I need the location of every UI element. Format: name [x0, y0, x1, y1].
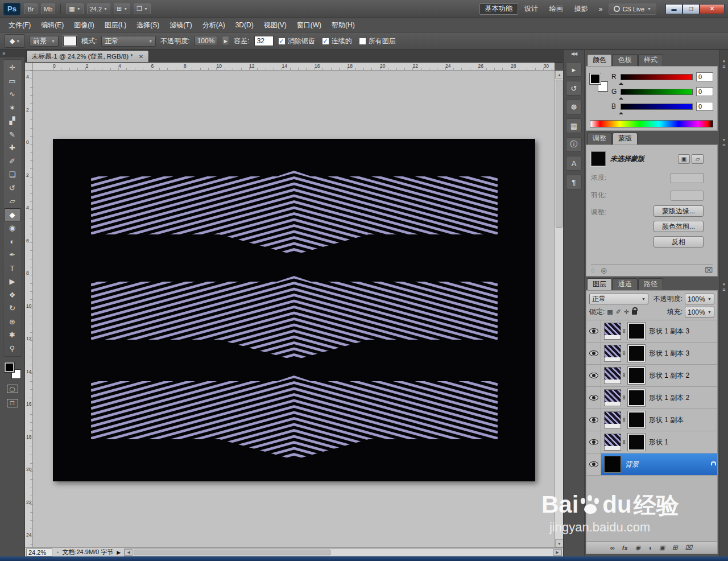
- layer-mask-thumbnail[interactable]: [628, 345, 645, 362]
- channel-slider[interactable]: [621, 89, 693, 95]
- eyedropper-tool[interactable]: ✎: [4, 128, 21, 142]
- scroll-left-icon[interactable]: ◀: [125, 549, 133, 556]
- delete-mask-icon[interactable]: ⌧: [705, 266, 713, 274]
- layer-row[interactable]: ∞ 形状 1 副本 3: [586, 343, 717, 365]
- menu-item[interactable]: 编辑(E): [36, 19, 69, 32]
- close-tab-icon[interactable]: ✕: [139, 53, 143, 60]
- mode-select[interactable]: 正常▼: [101, 36, 156, 47]
- visibility-toggle[interactable]: [586, 343, 601, 364]
- layer-mask-thumbnail[interactable]: [628, 434, 645, 451]
- mask-link-icon[interactable]: ∞: [621, 440, 628, 444]
- toolbox-collapse-button[interactable]: »: [0, 50, 24, 57]
- brush-tool[interactable]: ✐: [4, 155, 21, 168]
- expand-dock-button[interactable]: ◀◀: [564, 50, 584, 58]
- healing-brush-tool[interactable]: ✚: [4, 141, 21, 155]
- workspace-overflow-button[interactable]: »: [595, 5, 606, 13]
- character-panel-icon[interactable]: A: [566, 156, 582, 171]
- layer-name[interactable]: 形状 1 副本 3: [649, 327, 689, 336]
- panel-tab[interactable]: 色板: [613, 54, 638, 66]
- menu-item[interactable]: 3D(D): [230, 19, 259, 31]
- panel-tab[interactable]: 图层: [587, 278, 612, 290]
- horizontal-scrollbar[interactable]: ◀ ▶: [124, 548, 562, 556]
- lasso-tool[interactable]: ∿: [4, 88, 21, 101]
- horizontal-scrollbar-thumb[interactable]: [134, 550, 330, 555]
- menu-item[interactable]: 图像(I): [69, 19, 99, 32]
- color-panel-menu-icon[interactable]: ▼≡: [719, 59, 728, 69]
- vertical-scrollbar[interactable]: ▲ ▼: [555, 71, 563, 547]
- load-mask-selection-icon[interactable]: ◌: [591, 266, 595, 274]
- add-layer-mask-icon[interactable]: ◉: [635, 544, 641, 551]
- layer-group-icon[interactable]: ▣: [659, 544, 665, 551]
- scroll-down-icon[interactable]: ▼: [555, 539, 564, 547]
- feather-input[interactable]: [671, 191, 704, 201]
- mask-link-icon[interactable]: ∞: [621, 329, 628, 333]
- mask-link-icon[interactable]: ∞: [621, 395, 628, 400]
- options-checkbox[interactable]: 连续的: [322, 36, 352, 46]
- marquee-tool[interactable]: ▭: [4, 75, 21, 88]
- pen-tool[interactable]: ✒: [4, 248, 21, 262]
- mask-link-icon[interactable]: ∞: [621, 351, 628, 356]
- menu-item[interactable]: 选择(S): [131, 19, 164, 32]
- move-tool[interactable]: ✛: [4, 61, 21, 75]
- crop-tool[interactable]: ▞: [4, 114, 21, 128]
- checkbox-icon[interactable]: [359, 38, 366, 45]
- layer-mask-thumbnail[interactable]: [628, 323, 645, 340]
- histogram-panel-icon[interactable]: ▦: [566, 118, 582, 133]
- zoom-level-button[interactable]: 24.2▼: [87, 3, 110, 14]
- layer-name[interactable]: 形状 1: [649, 438, 668, 447]
- vertical-scrollbar-thumb[interactable]: [556, 80, 562, 228]
- tool-preset-picker[interactable]: ◆▼: [5, 34, 25, 48]
- layer-fill-input[interactable]: 100%▼: [685, 307, 714, 317]
- fill-source-select[interactable]: 前景▼: [30, 36, 59, 47]
- history-panel-icon[interactable]: ↺: [566, 81, 582, 96]
- layer-style-icon[interactable]: fx: [622, 544, 628, 551]
- path-selection-tool[interactable]: ▶: [4, 275, 21, 288]
- close-button[interactable]: ✕: [700, 4, 725, 14]
- add-vector-mask-button[interactable]: ▱: [692, 154, 704, 164]
- visibility-toggle[interactable]: [586, 409, 601, 431]
- channel-value-input[interactable]: 0: [696, 102, 713, 111]
- channel-value-input[interactable]: 0: [696, 72, 713, 81]
- layers-panel-menu-icon[interactable]: ▼≡: [719, 282, 728, 292]
- scroll-right-icon[interactable]: ▶: [553, 549, 561, 556]
- quick-mask-button[interactable]: ◯: [7, 385, 18, 393]
- channel-value-input[interactable]: 0: [696, 87, 713, 96]
- history-brush-tool[interactable]: ↺: [4, 182, 21, 195]
- bridge-button[interactable]: Br: [24, 3, 38, 14]
- mini-bridge-button[interactable]: Mb: [41, 3, 55, 14]
- panel-tab[interactable]: 蒙版: [613, 133, 638, 145]
- foreground-color-swatch[interactable]: [5, 362, 14, 372]
- lock-all-icon[interactable]: [632, 310, 637, 315]
- workspace-design[interactable]: 设计: [519, 3, 543, 15]
- options-checkbox[interactable]: 消除锯齿: [278, 36, 315, 46]
- layer-mask-thumbnail[interactable]: [628, 411, 645, 428]
- add-pixel-mask-button[interactable]: ▣: [678, 154, 690, 164]
- menu-item[interactable]: 图层(L): [100, 19, 132, 32]
- blur-tool[interactable]: ◉: [4, 221, 21, 235]
- layer-mask-thumbnail[interactable]: [628, 367, 645, 384]
- layer-mask-thumbnail[interactable]: [628, 389, 645, 406]
- paragraph-panel-icon[interactable]: ¶: [566, 175, 582, 189]
- layer-thumbnail[interactable]: [604, 345, 621, 362]
- panel-tab[interactable]: 通道: [613, 278, 638, 290]
- paint-bucket-tool[interactable]: ◆: [4, 208, 21, 222]
- view-extras-button[interactable]: ▦▼: [66, 3, 83, 14]
- visibility-toggle[interactable]: [586, 365, 601, 386]
- checkbox-icon[interactable]: [322, 38, 329, 45]
- layer-thumbnail[interactable]: [604, 323, 621, 340]
- screen-mode-toggle[interactable]: ❐: [7, 399, 18, 407]
- scroll-up-icon[interactable]: ▲: [555, 71, 564, 79]
- quick-selection-tool[interactable]: ✶: [4, 101, 21, 115]
- menu-item[interactable]: 帮助(H): [326, 19, 360, 32]
- menu-item[interactable]: 窗口(W): [292, 19, 326, 32]
- channel-slider[interactable]: [621, 74, 693, 80]
- lock-position-icon[interactable]: ✛: [624, 308, 629, 316]
- delete-layer-icon[interactable]: ⌧: [685, 544, 693, 551]
- panel-tab[interactable]: 颜色: [587, 54, 612, 66]
- layer-row[interactable]: ∞ 形状 1: [586, 431, 717, 453]
- density-input[interactable]: [671, 173, 704, 183]
- opacity-input[interactable]: 100%: [195, 36, 218, 46]
- lock-transparency-icon[interactable]: ▩: [607, 308, 613, 316]
- custom-shape-tool[interactable]: ❖: [4, 288, 21, 302]
- restore-button[interactable]: ❐: [682, 4, 700, 14]
